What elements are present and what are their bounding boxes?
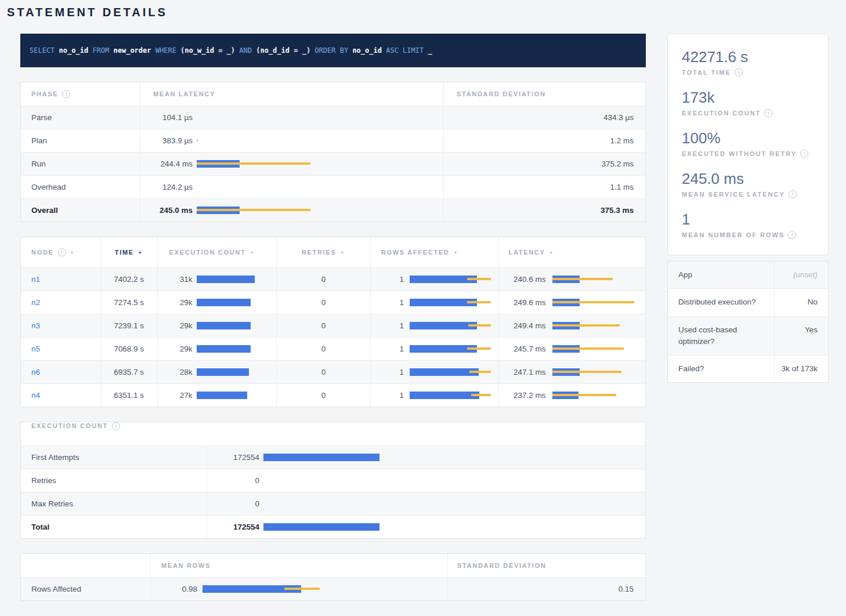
bar-chart: [203, 585, 324, 593]
retries-cell: 0: [276, 361, 370, 383]
app-detail-value: Yes: [774, 317, 828, 356]
node-table-sort-header-retries[interactable]: RETRIES▼: [276, 237, 370, 267]
latency-cell: 247.1 ms: [498, 361, 645, 383]
bar-chart: [197, 345, 255, 353]
info-icon[interactable]: i: [112, 422, 120, 430]
bar-chart: [197, 299, 255, 306]
phase-row: Plan383.9 µs1.2 ms: [21, 129, 645, 152]
stddev-line: [552, 394, 616, 396]
node-link[interactable]: n2: [31, 298, 40, 307]
app-detail-row: Used cost-based optimizer?Yes: [668, 316, 828, 356]
app-detail-value: No: [774, 289, 828, 316]
std-deviation-column-label: Standard Deviation: [457, 562, 547, 569]
bar-chart: [410, 345, 491, 353]
rows-affected-value: 1: [371, 391, 404, 400]
phase-label: Parse: [21, 106, 140, 129]
retries-cell: 0: [276, 384, 370, 407]
latency-cell: 240.6 ms: [498, 268, 645, 291]
node-link[interactable]: n5: [31, 345, 40, 353]
summary-stat: 100%EXECUTED WITHOUT RETRYi: [682, 129, 822, 158]
summary-stat-value: 42271.6 s: [682, 48, 822, 66]
mean-rows-value: 0.98: [151, 585, 197, 593]
column-label: EXECUTION COUNT: [169, 249, 246, 256]
node-row: n57068.9 s29k01245.7 ms: [21, 337, 645, 360]
bar-chart: [410, 299, 491, 306]
mean-latency-column-header: Mean Latency: [140, 82, 443, 106]
stddev-line: [467, 347, 491, 350]
bar-chart: [552, 345, 639, 353]
execution-count-cell: 31k: [157, 268, 277, 291]
info-icon[interactable]: i: [62, 90, 70, 98]
stddev-line: [197, 162, 310, 165]
node-table-sort-header-latency[interactable]: LATENCY▼: [498, 237, 645, 267]
summary-stat-value: 245.0 ms: [682, 170, 822, 188]
stddev-line: [469, 371, 490, 373]
rows-affected-cell: 1: [370, 361, 499, 383]
stddev-line: [552, 324, 620, 327]
rows-affected-value: 1: [371, 321, 404, 330]
info-icon[interactable]: i: [800, 150, 808, 158]
phase-row: Overhead124.2 µs1.1 ms: [21, 175, 645, 198]
bar-chart: [197, 137, 310, 144]
summary-stat: 245.0 msMEAN SERVICE LATENCYi: [682, 170, 822, 198]
mean-bar: [263, 454, 379, 461]
node-table-sort-header-rows-affected[interactable]: ROWS AFFECTED▼: [370, 237, 499, 267]
bar-chart: [552, 368, 639, 376]
execution-count-cell: 29k: [157, 338, 277, 360]
node-link[interactable]: n4: [31, 391, 40, 400]
info-icon[interactable]: i: [58, 248, 66, 256]
sql-token-keyword: ORDER BY: [314, 46, 352, 55]
node-row: n27274.5 s29k01249.6 ms: [21, 291, 645, 314]
stddev-line: [467, 278, 491, 280]
phase-column-header: Phase i: [21, 82, 140, 106]
node-table-sort-header-execution-count[interactable]: EXECUTION COUNT▼: [157, 237, 277, 267]
phase-mean-cell: 124.2 µs: [140, 176, 443, 198]
column-label: TIME: [115, 249, 134, 256]
sort-caret-icon: ▼: [250, 251, 255, 255]
column-label: ROWS AFFECTED: [381, 249, 450, 256]
execution-count-cell: 28k: [157, 361, 277, 383]
summary-stat-value: 1: [682, 211, 822, 229]
node-link[interactable]: n6: [31, 368, 40, 376]
info-icon[interactable]: i: [764, 109, 772, 117]
node-link[interactable]: n1: [31, 275, 40, 284]
info-icon[interactable]: i: [788, 231, 796, 239]
stddev-line: [197, 139, 198, 142]
info-icon[interactable]: i: [735, 68, 743, 77]
app-detail-value: (unset): [774, 262, 828, 288]
sql-token-punct: (: [256, 46, 260, 55]
sort-caret-icon: ▼: [549, 251, 555, 255]
node-table-sort-header-node[interactable]: NODEi▼: [21, 237, 100, 267]
latency-value: 247.1 ms: [499, 368, 545, 376]
sort-caret-icon: ▼: [454, 251, 459, 255]
time-cell: 6935.7 s: [100, 361, 157, 383]
bar-chart: [263, 523, 379, 531]
execution-count-row-value-cell: 172554: [207, 516, 645, 538]
app-details-table: App(unset)Distributed execution?NoUsed c…: [667, 261, 829, 383]
bar-chart: [197, 183, 310, 191]
rows-affected-value: 1: [371, 345, 404, 353]
node-table: NODEi▼TIME▼EXECUTION COUNT▼RETRIES▼ROWS …: [20, 237, 646, 407]
node-link[interactable]: n3: [31, 321, 40, 330]
node-table-sort-header-time[interactable]: TIME▼: [100, 237, 157, 267]
execution-count-value: 28k: [158, 368, 193, 376]
info-icon[interactable]: i: [789, 190, 797, 198]
phase-row: Run244.4 ms375.2 ms: [21, 152, 645, 175]
main-column: SELECT no_o_id FROM new_order WHERE (no_…: [20, 34, 646, 601]
phase-row: Parse104.1 µs434.3 µs: [21, 106, 645, 129]
time-cell: 7239.1 s: [100, 314, 157, 337]
execution-count-value: 29k: [158, 345, 193, 353]
rows-std-value: 0.15: [447, 578, 645, 600]
execution-count-row-value-cell: 0: [207, 469, 645, 492]
sql-token-identifier: no_o_id: [352, 46, 386, 55]
std-deviation-column-header: Standard Deviation: [447, 554, 645, 577]
execution-count-row-label: Retries: [21, 469, 207, 492]
bar-chart: [197, 160, 310, 168]
phase-label: Run: [21, 153, 140, 175]
sidebar: 42271.6 sTOTAL TIMEi173kEXECUTION COUNTi…: [667, 34, 829, 601]
phase-std-value: 1.2 ms: [443, 129, 645, 152]
execution-count-value: 29k: [158, 298, 193, 307]
execution-count-row-value: 172554: [207, 453, 259, 462]
sql-token-keyword: WHERE: [156, 46, 180, 55]
sql-token-punct: = _): [214, 46, 239, 55]
